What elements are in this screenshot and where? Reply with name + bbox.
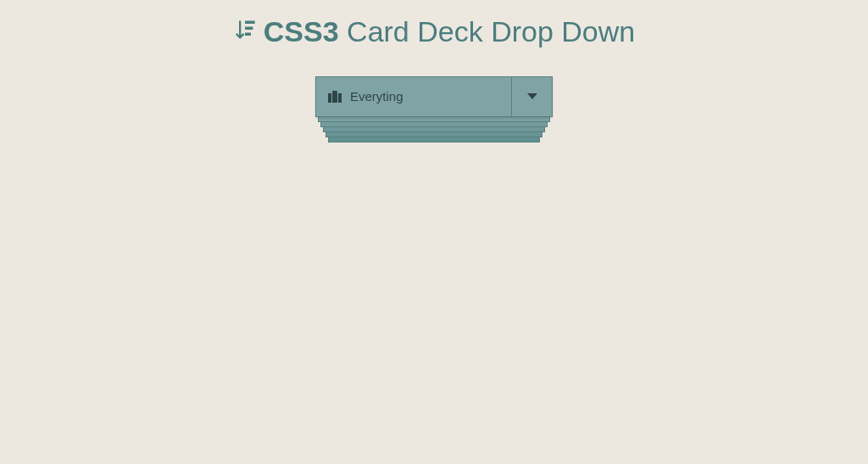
sort-amount-down-icon [233, 15, 257, 48]
svg-rect-0 [332, 91, 337, 93]
chevron-down-icon [527, 93, 537, 99]
dropdown-toggle-button[interactable] [511, 77, 552, 116]
svg-rect-3 [338, 93, 342, 103]
page-title: CSS3 Card Deck Drop Down [0, 0, 868, 51]
dropdown-selected-card[interactable]: Everyting [315, 76, 553, 117]
dropdown-selected-label: Everyting [350, 89, 403, 103]
dropdown-selected-left: Everyting [316, 77, 511, 116]
title-rest: Card Deck Drop Down [347, 15, 635, 48]
svg-rect-2 [332, 93, 337, 103]
card-deck-dropdown[interactable]: Everyting [315, 76, 553, 117]
title-bold: CSS3 [264, 15, 339, 48]
svg-rect-1 [328, 93, 331, 103]
briefcase-icon [328, 91, 342, 103]
